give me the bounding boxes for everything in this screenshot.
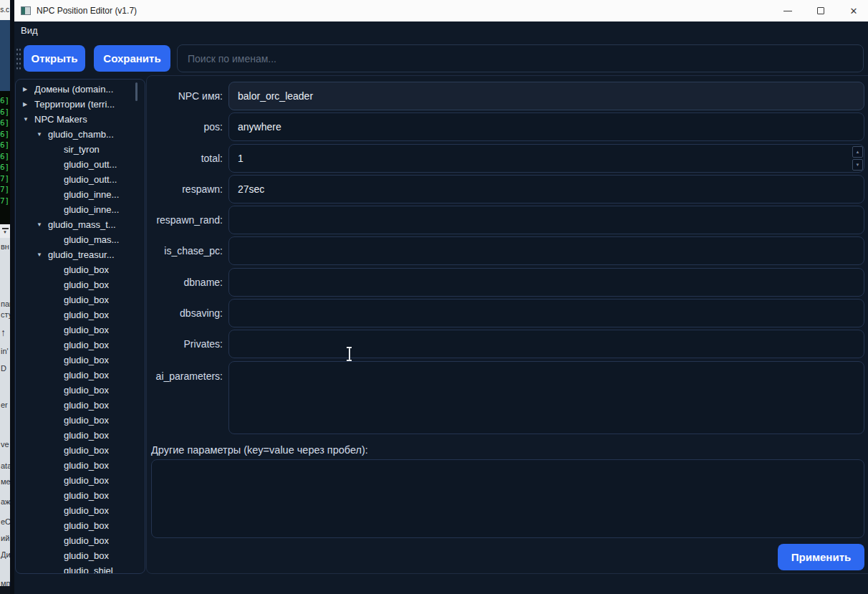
- tree-item[interactable]: gludio_box: [16, 368, 145, 383]
- dbname-input[interactable]: [228, 268, 864, 297]
- tree-item[interactable]: gludio_box: [16, 337, 145, 353]
- toolbar-grip-handle[interactable]: [16, 47, 21, 70]
- tree-expander-icon[interactable]: [37, 247, 48, 262]
- window-title: NPC Position Editor (v1.7): [37, 6, 137, 16]
- tree-item[interactable]: gludio_box: [16, 277, 145, 292]
- tree-item-label: gludio_box: [64, 262, 109, 277]
- tree-item[interactable]: gludio_box: [16, 322, 145, 337]
- tree-item[interactable]: gludio_box: [16, 398, 145, 413]
- respawn-label: respawn:: [147, 183, 223, 195]
- pos-label: pos:: [147, 121, 223, 133]
- npc-name-input[interactable]: [228, 82, 864, 110]
- console-line: 6]: [0, 162, 10, 173]
- background-tab: s.c: [0, 0, 10, 20]
- tree-expander-icon[interactable]: [23, 82, 34, 97]
- app-window: NPC Position Editor (v1.7) ✕ Вид Открыть…: [14, 0, 868, 594]
- pos-input[interactable]: [228, 112, 864, 141]
- tree-item[interactable]: gludio_shiel: [16, 563, 145, 574]
- tree-item-label: gludio_shiel: [64, 563, 113, 574]
- respawn-rand-input[interactable]: [228, 206, 864, 234]
- background-console: 6]6]6]6]6]6]6]7]7]7]: [0, 91, 10, 224]
- tree-item-label: gludio_box: [64, 443, 109, 458]
- close-button[interactable]: ✕: [839, 0, 868, 21]
- app-icon: [21, 6, 31, 15]
- tree-item[interactable]: Домены (domain...: [16, 82, 145, 97]
- tree-item[interactable]: gludio_inne...: [16, 202, 145, 217]
- tree-item[interactable]: gludio_inne...: [16, 187, 145, 202]
- form-row-respawn-rand: respawn_rand:: [147, 206, 864, 234]
- tree-item[interactable]: gludio_box: [16, 428, 145, 443]
- npc-form-panel: NPC имя: pos: total: ▲ ▼ respawn:: [146, 75, 868, 574]
- tree-item[interactable]: gludio_mas...: [16, 232, 145, 247]
- background-text-fragment: er: [1, 401, 8, 409]
- tree-item[interactable]: gludio_treasur...: [16, 247, 145, 262]
- tree-item[interactable]: gludio_box: [16, 443, 145, 458]
- console-line: 6]: [0, 95, 10, 107]
- tree-item[interactable]: gludio_chamb...: [16, 127, 145, 142]
- tree-item[interactable]: gludio_box: [16, 518, 145, 533]
- background-text-fragment: Ди: [1, 550, 11, 559]
- tree-item-label: gludio_mas...: [64, 232, 119, 247]
- tree-item[interactable]: Территории (terri...: [16, 97, 145, 112]
- background-window-strip[interactable]: s.c 6]6]6]6]6]6]6]7]7]7] ▼ внпансту↑in'D…: [0, 0, 10, 594]
- tree-expander-icon[interactable]: [37, 217, 48, 232]
- tree-item[interactable]: gludio_box: [16, 503, 145, 518]
- tree-item[interactable]: gludio_box: [16, 262, 145, 277]
- minimize-button[interactable]: [773, 0, 802, 21]
- form-row-ai-parameters: ai_parameters:: [147, 361, 864, 434]
- tree-item[interactable]: gludio_box: [16, 458, 145, 473]
- form-row-dbname: dbname:: [147, 268, 864, 297]
- spinner-up-icon[interactable]: ▲: [852, 146, 863, 158]
- ai-parameters-textarea[interactable]: [228, 361, 864, 434]
- is-chase-pc-input[interactable]: [228, 236, 864, 265]
- privates-input[interactable]: [228, 330, 864, 358]
- tree-item-label: gludio_inne...: [64, 187, 119, 202]
- menu-view[interactable]: Вид: [14, 21, 45, 36]
- tree-item-label: gludio_outt...: [64, 157, 117, 172]
- form-row-dbsaving: dbsaving:: [147, 299, 864, 327]
- tree-item[interactable]: gludio_outt...: [16, 172, 145, 187]
- tree-item[interactable]: gludio_box: [16, 292, 145, 307]
- save-button[interactable]: Сохранить: [94, 45, 170, 72]
- tree-item-label: gludio_box: [64, 548, 109, 563]
- tree-item-label: gludio_inne...: [64, 202, 119, 217]
- spinner-down-icon[interactable]: ▼: [852, 159, 863, 171]
- screen: s.c 6]6]6]6]6]6]6]7]7]7] ▼ внпансту↑in'D…: [0, 0, 868, 594]
- tree-item[interactable]: gludio_box: [16, 488, 145, 503]
- tree-item[interactable]: gludio_box: [16, 307, 145, 322]
- tree-item[interactable]: gludio_box: [16, 548, 145, 563]
- console-line: 7]: [0, 184, 10, 196]
- tree-item[interactable]: gludio_box: [16, 473, 145, 488]
- background-text-fragment: аж: [1, 497, 10, 506]
- close-icon: ✕: [850, 6, 858, 16]
- tree-item[interactable]: gludio_outt...: [16, 157, 145, 172]
- background-blue-block: [0, 20, 10, 91]
- tree-item[interactable]: gludio_box: [16, 533, 145, 548]
- filter-dropdown-icon: ▼: [2, 228, 9, 234]
- tree-item-label: gludio_box: [64, 337, 109, 353]
- npc-tree-panel: Домены (domain... Территории (terri... N…: [15, 79, 145, 574]
- apply-button[interactable]: Применить: [778, 544, 864, 570]
- tree-expander-icon[interactable]: [23, 112, 34, 127]
- tree-item[interactable]: gludio_mass_t...: [16, 217, 145, 232]
- tree-scrollbar-thumb[interactable]: [135, 82, 138, 101]
- other-params-textarea[interactable]: [151, 459, 864, 538]
- maximize-button[interactable]: [806, 0, 835, 21]
- tree-expander-icon[interactable]: [37, 127, 48, 142]
- dbsaving-input[interactable]: [228, 299, 864, 327]
- tree-expander-icon[interactable]: [23, 97, 34, 112]
- tree-item[interactable]: gludio_box: [16, 383, 145, 398]
- toolbar: Открыть Сохранить: [14, 41, 868, 75]
- respawn-input[interactable]: [228, 175, 864, 203]
- tree-item[interactable]: gludio_box: [16, 353, 145, 368]
- tree-item[interactable]: sir_tyron: [16, 142, 145, 157]
- tree-item[interactable]: NPC Makers: [16, 112, 145, 127]
- open-button[interactable]: Открыть: [24, 45, 85, 72]
- console-line: 6]: [0, 107, 10, 118]
- titlebar: NPC Position Editor (v1.7) ✕: [14, 0, 868, 21]
- tree-item[interactable]: gludio_box: [16, 413, 145, 428]
- dbname-label: dbname:: [147, 277, 223, 288]
- total-input[interactable]: [228, 144, 864, 173]
- tree-item-label: gludio_chamb...: [48, 127, 114, 142]
- search-input[interactable]: [177, 44, 864, 72]
